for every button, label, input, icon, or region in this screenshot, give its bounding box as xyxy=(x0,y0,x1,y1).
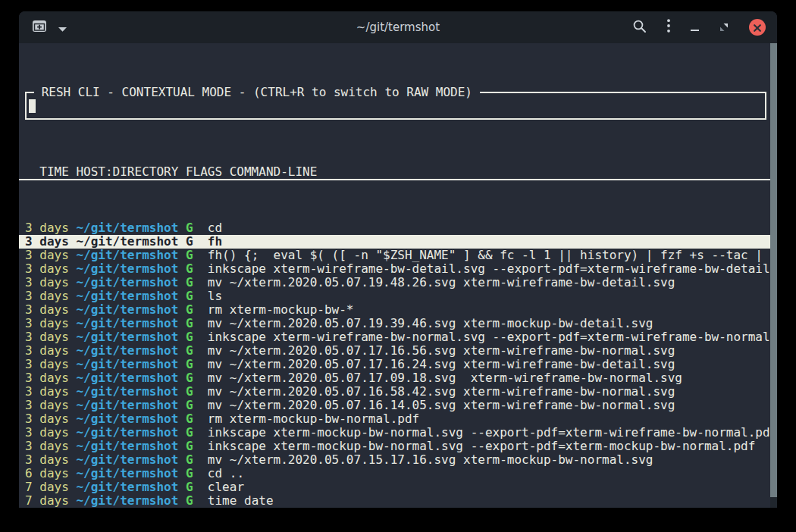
history-row[interactable]: 7 days ~/git/termshot G time date xyxy=(19,494,777,508)
row-flags: G xyxy=(186,317,193,330)
row-flags: G xyxy=(186,249,193,262)
titlebar[interactable]: ~/git/termshot xyxy=(19,11,777,43)
row-command: inkscape xterm-mockup-bw-normal.svg --ex… xyxy=(193,426,777,440)
search-input[interactable]: RESH CLI - CONTEXTUAL MODE - (CTRL+R to … xyxy=(25,92,766,120)
row-command: inkscape xterm-wireframe-bw-detail.svg -… xyxy=(193,262,777,276)
row-flags: G xyxy=(186,426,193,440)
row-host: ~/git/termshot xyxy=(76,480,186,494)
history-row[interactable]: 3 days ~/git/termshot G inkscape xterm-w… xyxy=(19,262,777,276)
table-header: TIME HOST:DIRECTORY FLAGS COMMAND-LINE xyxy=(19,165,777,180)
history-row[interactable]: 3 days ~/git/termshot G cd xyxy=(19,221,777,235)
kebab-menu-icon xyxy=(667,19,670,36)
history-row[interactable]: 3 days ~/git/termshot G inkscape xterm-m… xyxy=(19,426,777,440)
row-command: mv ~/xterm.2020.05.07.17.09.18.svg xterm… xyxy=(193,371,682,385)
close-button[interactable] xyxy=(749,19,766,36)
row-host: ~/git/termshot xyxy=(76,399,186,412)
row-time: 6 days xyxy=(25,467,76,480)
row-host: ~/git/termshot xyxy=(76,289,186,303)
terminal-window: ~/git/termshot xyxy=(19,11,777,508)
row-command: mv ~/xterm.2020.05.07.15.17.16.svg xterm… xyxy=(193,453,653,467)
window-menu-button[interactable] xyxy=(667,19,670,36)
history-row[interactable]: 6 days ~/git/termshot G cd .. xyxy=(19,467,777,480)
row-command: ls xyxy=(193,289,223,303)
row-time: 3 days xyxy=(25,426,76,440)
row-host: ~/git/termshot xyxy=(76,249,186,262)
row-host: ~/git/termshot xyxy=(76,262,186,276)
row-command: cd .. xyxy=(193,467,244,480)
row-flags: G xyxy=(186,235,193,249)
row-flags: G xyxy=(186,453,193,467)
row-command: mv ~/xterm.2020.05.07.19.48.26.svg xterm… xyxy=(193,276,675,289)
row-flags: G xyxy=(186,344,193,358)
scrollbar[interactable] xyxy=(770,43,777,508)
row-host: ~/git/termshot xyxy=(76,358,186,371)
row-flags: G xyxy=(186,358,193,371)
row-flags: G xyxy=(186,399,193,412)
history-row[interactable]: 3 days ~/git/termshot G mv ~/xterm.2020.… xyxy=(19,399,777,412)
history-row[interactable]: 3 days ~/git/termshot G inkscape xterm-w… xyxy=(19,330,777,344)
row-time: 7 days xyxy=(25,480,76,494)
row-host: ~/git/termshot xyxy=(76,344,186,358)
tab-switcher-button[interactable] xyxy=(58,20,67,35)
history-row[interactable]: 3 days ~/git/termshot G ls xyxy=(19,289,777,303)
history-row[interactable]: 3 days ~/git/termshot G mv ~/xterm.2020.… xyxy=(19,358,777,371)
history-row[interactable]: 3 days ~/git/termshot G rm xterm-mockup-… xyxy=(19,412,777,426)
search-box-title: RESH CLI - CONTEXTUAL MODE - (CTRL+R to … xyxy=(34,86,480,99)
history-row[interactable]: 3 days ~/git/termshot G fh() {; eval $( … xyxy=(19,249,777,262)
row-flags: G xyxy=(186,480,193,494)
row-command: fh xyxy=(193,235,223,249)
text-cursor xyxy=(29,99,36,113)
row-time: 3 days xyxy=(25,330,76,344)
row-command: mv ~/xterm.2020.05.07.17.16.56.svg xterm… xyxy=(193,344,675,358)
row-time: 3 days xyxy=(25,453,76,467)
window-title: ~/git/termshot xyxy=(171,20,625,34)
row-time: 3 days xyxy=(25,303,76,317)
minimize-button[interactable] xyxy=(691,20,699,35)
history-row[interactable]: 3 days ~/git/termshot G mv ~/xterm.2020.… xyxy=(19,371,777,385)
row-host: ~/git/termshot xyxy=(76,276,186,289)
row-time: 3 days xyxy=(25,317,76,330)
history-row[interactable]: 3 days ~/git/termshot G mv ~/xterm.2020.… xyxy=(19,344,777,358)
history-row[interactable]: 7 days ~/git/termshot G clear xyxy=(19,480,777,494)
row-time: 3 days xyxy=(25,399,76,412)
row-host: ~/git/termshot xyxy=(76,412,186,426)
row-host: ~/git/termshot xyxy=(76,221,186,235)
row-flags: G xyxy=(186,221,193,235)
row-host: ~/git/termshot xyxy=(76,303,186,317)
row-time: 3 days xyxy=(25,358,76,371)
row-host: ~/git/termshot xyxy=(76,330,186,344)
row-flags: G xyxy=(186,262,193,276)
search-icon xyxy=(632,19,647,36)
row-time: 3 days xyxy=(25,276,76,289)
row-time: 3 days xyxy=(25,371,76,385)
row-time: 3 days xyxy=(25,262,76,276)
history-row[interactable]: 3 days ~/git/termshot G mv ~/xterm.2020.… xyxy=(19,276,777,289)
row-command: inkscape xterm-wireframe-bw-normal.svg -… xyxy=(193,330,777,344)
history-row[interactable]: 3 days ~/git/termshot G rm xterm-mockup-… xyxy=(19,303,777,317)
row-command: clear xyxy=(193,480,244,494)
row-flags: G xyxy=(186,289,193,303)
scrollbar-thumb[interactable] xyxy=(770,43,777,497)
row-time: 3 days xyxy=(25,235,76,249)
row-command: mv ~/xterm.2020.05.07.16.58.42.svg xterm… xyxy=(193,385,675,399)
row-time: 3 days xyxy=(25,221,76,235)
history-row[interactable]: 3 days ~/git/termshot G inkscape xterm-m… xyxy=(19,440,777,453)
search-button[interactable] xyxy=(632,19,647,36)
row-host: ~/git/termshot xyxy=(76,371,186,385)
row-host: ~/git/termshot xyxy=(76,440,186,453)
row-command: mv ~/xterm.2020.05.07.19.39.46.svg xterm… xyxy=(193,317,653,330)
row-host: ~/git/termshot xyxy=(76,494,186,508)
row-command: rm xterm-mockup-bw-normal.pdf xyxy=(193,412,420,426)
row-time: 3 days xyxy=(25,289,76,303)
row-time: 3 days xyxy=(25,385,76,399)
restore-button[interactable] xyxy=(719,20,729,35)
history-row[interactable]: 3 days ~/git/termshot G fh xyxy=(19,235,777,249)
history-row[interactable]: 3 days ~/git/termshot G mv ~/xterm.2020.… xyxy=(19,385,777,399)
new-tab-icon xyxy=(32,20,47,36)
history-row[interactable]: 3 days ~/git/termshot G mv ~/xterm.2020.… xyxy=(19,453,777,467)
history-row[interactable]: 3 days ~/git/termshot G mv ~/xterm.2020.… xyxy=(19,317,777,330)
new-tab-button[interactable] xyxy=(32,20,47,36)
row-host: ~/git/termshot xyxy=(76,426,186,440)
row-host: ~/git/termshot xyxy=(76,235,186,249)
row-host: ~/git/termshot xyxy=(76,453,186,467)
